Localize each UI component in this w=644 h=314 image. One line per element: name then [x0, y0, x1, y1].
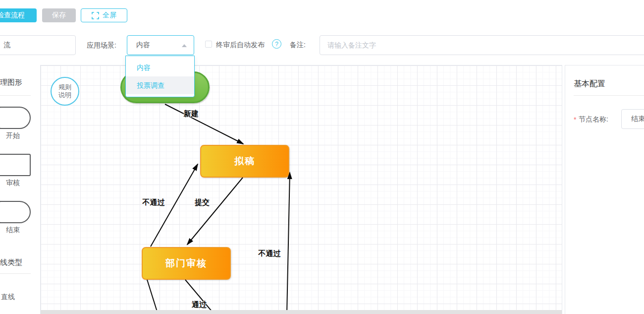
- edge-label-pass[interactable]: 通过: [192, 300, 207, 310]
- scene-select[interactable]: 内容: [127, 35, 194, 55]
- check-flow-button[interactable]: 检查流程: [0, 8, 37, 22]
- fullscreen-icon: [92, 12, 99, 19]
- save-button[interactable]: 保存: [42, 8, 76, 22]
- palette-label-end: 结束: [6, 226, 20, 235]
- edge-exit-left[interactable]: [147, 280, 158, 314]
- node-name-input[interactable]: [621, 109, 644, 129]
- flow-name-input[interactable]: [0, 35, 76, 55]
- edge-label-reject-right[interactable]: 不通过: [259, 249, 281, 258]
- line-type-header: 线类型: [0, 258, 22, 267]
- config-panel: 基本配置 * 节点名称:: [565, 65, 644, 314]
- help-icon[interactable]: ?: [272, 39, 281, 49]
- chevron-up-icon: [182, 44, 187, 47]
- node-name-label: 节点名称:: [579, 115, 608, 124]
- scene-option-vote[interactable]: 投票调查: [126, 76, 194, 94]
- edge-label-new[interactable]: 新建: [184, 109, 199, 119]
- remark-input[interactable]: [320, 35, 644, 55]
- auto-publish-label: 终审后自动发布: [216, 41, 265, 50]
- flow-canvas[interactable]: 规则 说明 拟稿 部门审核 新建 不通过 提交 不通过 通过: [40, 65, 562, 314]
- palette-shape-review[interactable]: [0, 154, 31, 176]
- fullscreen-label: 全屏: [103, 11, 116, 20]
- edge-reject-right[interactable]: [287, 173, 290, 314]
- shape-palette: 理图形 开始 审核 结束 线类型 直线: [0, 65, 40, 314]
- palette-label-start: 开始: [6, 131, 20, 140]
- edge-submit[interactable]: [187, 178, 243, 245]
- scene-option-content[interactable]: 内容: [126, 59, 194, 76]
- required-mark: *: [574, 116, 576, 124]
- divider: [0, 95, 31, 96]
- workflow-editor: 检查流程 保存 全屏 应用场景: 内容 内容 投票调查 终审后自动发布 ? 备注…: [0, 0, 644, 314]
- edge-new[interactable]: [165, 104, 243, 144]
- divider: [0, 273, 31, 274]
- canvas-horizontal-scrollbar[interactable]: [41, 310, 562, 314]
- palette-shape-start[interactable]: [0, 107, 31, 129]
- fullscreen-button[interactable]: 全屏: [81, 8, 127, 22]
- config-panel-title: 基本配置: [574, 79, 605, 89]
- divider: [574, 95, 644, 96]
- palette-label-review: 审核: [6, 179, 20, 188]
- edge-label-reject-left[interactable]: 不通过: [143, 198, 165, 207]
- flow-edges: [41, 65, 562, 314]
- scene-label: 应用场景:: [87, 41, 116, 50]
- straight-line-label: 直线: [1, 293, 15, 302]
- shapes-header: 理图形: [0, 78, 22, 87]
- scene-selected-value: 内容: [136, 41, 150, 50]
- auto-publish-checkbox[interactable]: [205, 41, 212, 48]
- scene-dropdown: 内容 投票调查: [125, 56, 195, 97]
- edge-label-submit[interactable]: 提交: [195, 198, 210, 207]
- remark-label: 备注:: [290, 41, 306, 50]
- palette-shape-end[interactable]: [0, 201, 31, 223]
